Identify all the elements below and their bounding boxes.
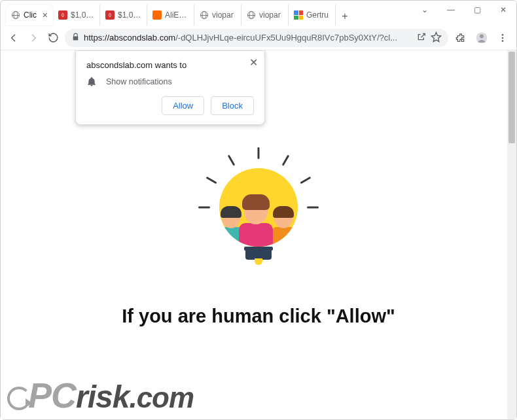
tab-title: Gertru	[306, 10, 330, 20]
maximize-button[interactable]: ▢	[464, 1, 490, 19]
permission-title: abscondslab.com wants to	[86, 60, 254, 70]
tab-title: viopar	[259, 10, 283, 20]
toolbar: https://abscondslab.com/-dQLHJjvHLqe-eir…	[1, 26, 516, 50]
notification-permission-dialog: ✕ abscondslab.com wants to Show notifica…	[75, 50, 265, 125]
forward-button[interactable]	[26, 30, 41, 46]
person-center-icon	[244, 198, 273, 247]
new-tab-button[interactable]: +	[336, 7, 354, 26]
close-icon[interactable]: ✕	[249, 56, 258, 69]
chevron-down-icon[interactable]: ⌄	[412, 1, 438, 19]
tab[interactable]: viopar	[241, 5, 289, 26]
address-bar[interactable]: https://abscondslab.com/-dQLHJjvHLqe-eir…	[65, 29, 448, 47]
favicon-icon: ◊	[58, 10, 67, 20]
bell-icon	[86, 77, 97, 87]
minimize-button[interactable]: —	[438, 1, 464, 19]
person-right-icon	[274, 209, 295, 247]
tab-title: AliExpr	[165, 10, 188, 20]
scrollbar[interactable]	[507, 50, 516, 419]
window-controls: ⌄ — ▢ ✕	[412, 1, 516, 19]
tab-strip: Clic × ◊ $1,000 ◊ $1,000 AliExpr viopar	[6, 2, 354, 26]
globe-icon	[11, 10, 20, 20]
lightbulb-illustration	[187, 142, 330, 273]
tab[interactable]: ◊ $1,000	[53, 5, 100, 26]
bulb-icon	[219, 168, 298, 247]
tab-title: viopar	[212, 10, 236, 20]
tab-active[interactable]: Clic ×	[6, 5, 53, 26]
favicon-icon	[294, 10, 303, 20]
svg-point-4	[502, 40, 504, 42]
refresh-icon	[7, 387, 31, 410]
scrollbar-thumb[interactable]	[508, 52, 515, 143]
permission-text: Show notifications	[106, 77, 172, 86]
permission-row: Show notifications	[86, 77, 254, 87]
tab[interactable]: ◊ $1,000	[100, 5, 147, 26]
watermark: PCrisk.com	[7, 375, 194, 415]
svg-point-3	[502, 37, 504, 39]
close-icon[interactable]: ×	[43, 10, 48, 20]
block-button[interactable]: Block	[211, 96, 254, 115]
url-text: https://abscondslab.com/-dQLHJjvHLqe-eir…	[84, 33, 412, 43]
tab-title: Clic	[24, 10, 39, 20]
share-icon[interactable]	[416, 31, 427, 44]
tab[interactable]: viopar	[194, 5, 241, 26]
browser-window: Clic × ◊ $1,000 ◊ $1,000 AliExpr viopar	[0, 0, 517, 420]
page-headline: If you are human click "Allow"	[1, 306, 516, 327]
svg-point-2	[502, 34, 504, 36]
menu-icon[interactable]	[494, 29, 511, 46]
tab[interactable]: Gertru	[289, 5, 336, 26]
tab[interactable]: AliExpr	[147, 5, 194, 26]
tab-title: $1,000	[71, 10, 94, 20]
bulb-tip-icon	[255, 258, 262, 265]
permission-buttons: Allow Block	[86, 96, 254, 115]
close-button[interactable]: ✕	[490, 1, 516, 19]
allow-button[interactable]: Allow	[162, 96, 204, 115]
svg-point-1	[480, 34, 484, 38]
reload-button[interactable]	[45, 30, 61, 46]
back-button[interactable]	[6, 30, 22, 46]
tab-title: $1,000	[118, 10, 141, 20]
lock-icon	[71, 33, 80, 43]
profile-icon[interactable]	[473, 29, 490, 46]
page-content: ✕ abscondslab.com wants to Show notifica…	[1, 50, 516, 419]
favicon-icon	[152, 10, 162, 20]
extensions-icon[interactable]	[452, 29, 469, 46]
star-icon[interactable]	[431, 31, 442, 44]
globe-icon	[247, 10, 256, 20]
titlebar: Clic × ◊ $1,000 ◊ $1,000 AliExpr viopar	[1, 1, 516, 26]
favicon-icon: ◊	[105, 10, 115, 20]
globe-icon	[200, 10, 209, 20]
